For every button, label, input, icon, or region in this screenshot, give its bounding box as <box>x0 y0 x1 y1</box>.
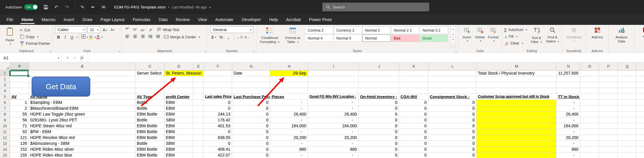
cell-F1[interactable] <box>204 71 232 76</box>
row-header-5[interactable]: 5 <box>0 94 10 100</box>
cell-D3[interactable] <box>164 82 193 88</box>
cell-Q11[interactable] <box>618 129 636 135</box>
cell-C6[interactable]: Bottle <box>135 100 164 106</box>
column-header-C[interactable]: C <box>136 63 165 70</box>
copy-button[interactable]: Copy ▾ <box>20 34 50 40</box>
cell-Q7[interactable] <box>618 106 636 111</box>
cell-F7[interactable]: 0 <box>204 106 232 111</box>
cell-P15[interactable] <box>599 152 618 158</box>
cell-D4[interactable] <box>164 88 193 94</box>
cell-D8[interactable]: EBM <box>164 111 193 117</box>
menu-tab-view[interactable]: View <box>194 14 211 25</box>
cell-Q15[interactable] <box>618 152 636 158</box>
autosave-toggle[interactable]: AutoSave On <box>5 4 38 10</box>
cell-H15[interactable]: - <box>270 152 308 158</box>
cell-R15[interactable] <box>636 152 644 158</box>
cell-F10[interactable]: 401.53 <box>204 123 232 129</box>
cell-H13[interactable]: - <box>270 141 308 147</box>
shrink-font-button[interactable]: A▾ <box>109 26 116 33</box>
cell-A4[interactable] <box>10 88 29 94</box>
row-header-2[interactable]: 2 <box>0 76 10 82</box>
cell-M1[interactable]: Total Stock / Physical Invenotry <box>476 71 556 76</box>
cell-E3[interactable] <box>193 82 204 88</box>
menu-tab-formulas[interactable]: Formulas <box>129 14 154 25</box>
cell-A9[interactable]: 56 <box>10 117 29 123</box>
cell-D6[interactable]: EBM <box>164 100 193 106</box>
cell-K12[interactable]: 0 <box>399 135 428 141</box>
cell-J2[interactable] <box>359 76 399 82</box>
cell-F12[interactable]: 638.05 <box>204 135 232 141</box>
cell-L2[interactable] <box>428 76 476 82</box>
cell-M5[interactable]: Customer Scrap approved but still in Sto… <box>476 94 556 100</box>
cell-R1[interactable] <box>636 71 644 76</box>
cell-A5[interactable]: AV <box>10 94 29 100</box>
column-header-K[interactable]: K <box>399 63 429 70</box>
cell-L7[interactable]: 0 <box>428 106 476 111</box>
cell-D15[interactable]: EBM <box>164 152 193 158</box>
formula-input[interactable] <box>88 53 644 62</box>
cell-G5[interactable]: Last Purchase Price <box>232 94 270 100</box>
cell-A14[interactable]: 152 <box>10 147 29 152</box>
cell-G8[interactable]: 0 <box>232 111 270 117</box>
cell-M10[interactable] <box>476 123 556 129</box>
cell-P1[interactable] <box>599 71 618 76</box>
cell-K10[interactable]: 0 <box>399 123 428 129</box>
row-header-11[interactable]: 11 <box>0 129 10 135</box>
cell-I10[interactable]: 184,000 <box>308 123 359 129</box>
cell-Q13[interactable] <box>618 141 636 147</box>
cell-C5[interactable]: AV Type <box>135 94 164 100</box>
cell-N15[interactable]: - <box>556 152 580 158</box>
cell-G1[interactable]: Date <box>232 71 270 76</box>
cell-N3[interactable] <box>556 82 580 88</box>
cell-N6[interactable]: - <box>556 100 580 106</box>
cell-E12[interactable] <box>193 135 204 141</box>
sort-filter-button[interactable]: AZ Sort & Filter ▾ <box>529 26 543 47</box>
cell-R3[interactable] <box>636 82 644 88</box>
row-header-10[interactable]: 10 <box>0 123 10 129</box>
addins-button[interactable]: Add-ins <box>589 26 606 47</box>
menu-tab-power-pivot[interactable]: Power Pivot <box>305 14 336 25</box>
cell-G12[interactable]: 0 <box>232 135 270 141</box>
cell-G9[interactable]: 0 <box>232 117 270 123</box>
cell-E4[interactable] <box>193 88 204 94</box>
cell-O7[interactable] <box>580 106 599 111</box>
cell-O6[interactable] <box>580 100 599 106</box>
cell-D12[interactable]: EBM <box>164 135 193 141</box>
cell-K4[interactable] <box>399 88 428 94</box>
cell-O4[interactable] <box>580 88 599 94</box>
cell-I13[interactable]: - <box>308 141 359 147</box>
cell-P9[interactable] <box>599 117 618 123</box>
dialog-launcher-icon[interactable]: ↘ <box>118 50 120 53</box>
cell-C7[interactable]: Bottle <box>135 106 164 111</box>
menu-tab-draw[interactable]: Draw <box>78 14 96 25</box>
cell-R8[interactable] <box>636 111 644 117</box>
menu-tab-automate[interactable]: Automate <box>211 14 238 25</box>
cell-L9[interactable]: 0 <box>428 117 476 123</box>
menu-tab-home[interactable]: Home <box>17 14 37 25</box>
chevron-down-icon[interactable]: ▾ <box>76 36 78 39</box>
cell-L12[interactable]: 0 <box>428 135 476 141</box>
cell-I15[interactable]: - <box>308 152 359 158</box>
cell-B8[interactable]: HDPE Law Toggle 28oz green <box>29 111 135 117</box>
cell-P10[interactable] <box>599 123 618 129</box>
cell-M3[interactable] <box>476 82 556 88</box>
cell-P12[interactable] <box>599 135 618 141</box>
cell-Q8[interactable] <box>618 111 636 117</box>
cell-I5[interactable]: Good FG W/o INV Location : <box>308 94 359 100</box>
cell-I1[interactable] <box>308 71 359 76</box>
enter-icon[interactable]: ✓ <box>73 56 76 60</box>
cell-J7[interactable]: 0 <box>359 106 399 111</box>
cell-D2[interactable] <box>164 76 193 82</box>
row-header-9[interactable]: 9 <box>0 117 10 123</box>
delete-cells-button[interactable]: Delete ▾ <box>474 26 486 47</box>
cell-R4[interactable] <box>636 88 644 94</box>
cell-I11[interactable]: - <box>308 129 359 135</box>
cell-F6[interactable]: 0 <box>204 100 232 106</box>
cell-L3[interactable] <box>428 82 476 88</box>
cell-H14[interactable]: 880 <box>270 147 308 152</box>
cell-B9[interactable]: 0291881- Lysol 28oz PET <box>29 117 135 123</box>
cell-A8[interactable]: 55 <box>10 111 29 117</box>
cell-R14[interactable] <box>636 147 644 152</box>
cell-C15[interactable]: EBM Bottle <box>135 152 164 158</box>
cell-N10[interactable]: 184,000 <box>556 123 580 129</box>
